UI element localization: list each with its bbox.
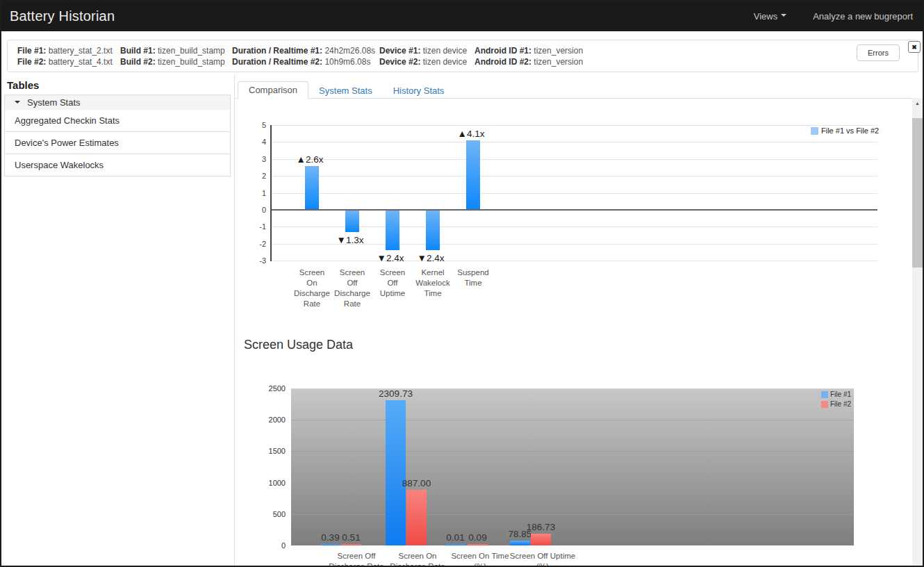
gridline — [272, 125, 877, 126]
gridline — [291, 514, 854, 515]
y-axis-tick: 3 — [238, 155, 266, 163]
y-axis-tick: 1500 — [252, 447, 286, 455]
zero-gridline — [272, 209, 877, 211]
file2-value: battery_stat_4.txt — [49, 57, 113, 67]
comparison-chart: 543210-1-2-3▲2.6xScreenOnDischargeRate▼1… — [272, 125, 877, 261]
y-axis-tick: 2000 — [252, 416, 286, 424]
legend-label-file2: File #2 — [830, 400, 851, 408]
bar-value-label: ▲4.1x — [445, 129, 497, 139]
bar-file-2-screen-on-discharge-rate[interactable] — [406, 490, 427, 545]
y-axis-tick: 4 — [238, 138, 266, 146]
tab-bar: Comparison System Stats History Stats — [235, 82, 913, 99]
sidebar-item-aggregated-checkin-stats[interactable]: Aggregated Checkin Stats — [4, 110, 231, 132]
gridline — [272, 261, 877, 261]
bar-screen-on-discharge-rate[interactable] — [305, 166, 319, 209]
y-axis-tick: 0 — [238, 206, 266, 214]
legend-swatch-file1 — [821, 391, 828, 398]
y-axis-tick: 500 — [252, 510, 286, 518]
bugreport-info-panel: File #1: battery_stat_2.txt File #2: bat… — [7, 40, 918, 72]
screen-usage-legend: File #1 File #2 — [821, 391, 851, 410]
y-axis-tick: 1 — [238, 189, 266, 197]
file1-label: File #1: — [17, 46, 46, 56]
accordion-system-stats[interactable]: System Stats — [4, 94, 231, 110]
errors-button[interactable]: Errors — [857, 44, 900, 61]
bar-value-label: ▼1.3x — [324, 235, 377, 245]
gridline — [272, 142, 877, 142]
bar-value-label: ▼2.4x — [404, 253, 457, 263]
bar-value-label: 0.51 — [322, 532, 381, 543]
tab-history-stats[interactable]: History Stats — [383, 83, 455, 99]
gridline — [291, 420, 854, 420]
bar-value-label: 887.00 — [388, 478, 446, 488]
bar-file-1-screen-on-time-[interactable] — [445, 544, 465, 545]
screen-usage-chart: File #1 File #2 250020001500100050000.39… — [291, 388, 854, 545]
scrollbar[interactable]: ▲ — [912, 98, 923, 566]
gridline — [272, 176, 877, 176]
caret-down-icon — [15, 101, 20, 106]
header-nav: Views Analyze a new bugreport — [754, 11, 913, 22]
bar-screen-off-uptime[interactable] — [386, 211, 399, 251]
app-header: Battery Historian Views Analyze a new bu… — [1, 1, 923, 31]
y-axis-line — [270, 125, 272, 261]
plot-background — [291, 388, 854, 545]
y-axis-tick: 2500 — [252, 384, 286, 393]
x-axis-category-label: SuspendTime — [444, 268, 502, 288]
bar-value-label: 186.73 — [512, 522, 570, 532]
y-axis-tick: 5 — [238, 121, 266, 129]
gridline — [291, 483, 854, 484]
bar-value-label: 2309.73 — [367, 388, 425, 399]
gridline — [272, 227, 877, 227]
bar-value-label: 0.09 — [449, 532, 507, 543]
bar-suspend-time[interactable] — [466, 140, 480, 209]
file-info: File #1: battery_stat_2.txt File #2: bat… — [17, 45, 113, 67]
bar-file-2-screen-on-time-[interactable] — [468, 544, 488, 545]
gridline — [272, 159, 877, 160]
bar-file-2-screen-off-discharge-rate[interactable] — [341, 544, 361, 545]
y-axis-tick: -1 — [238, 222, 266, 231]
app-title: Battery Historian — [10, 8, 115, 24]
bar-file-2-screen-off-uptime-[interactable] — [531, 534, 551, 545]
tables-sidebar: Tables System Stats Aggregated Checkin S… — [1, 75, 234, 566]
views-menu[interactable]: Views — [754, 11, 786, 22]
bar-file-1-screen-on-discharge-rate[interactable] — [386, 400, 406, 545]
sidebar-item-devices-power-estimates[interactable]: Device's Power Estimates — [4, 132, 231, 154]
scroll-up-arrow[interactable]: ▲ — [912, 98, 923, 109]
scrollbar-thumb[interactable] — [912, 118, 923, 268]
bar-screen-off-discharge-rate[interactable] — [345, 211, 359, 232]
y-axis-tick: 2 — [238, 172, 266, 180]
y-axis-tick: -2 — [238, 240, 266, 248]
duration-info: Duration / Realtime #1: 24h2m26.08s Dura… — [232, 45, 375, 67]
gridline — [272, 193, 877, 194]
tab-comparison[interactable]: Comparison — [238, 81, 308, 99]
caret-down-icon — [781, 14, 786, 19]
tab-system-stats[interactable]: System Stats — [308, 83, 383, 99]
file1-value: battery_stat_2.txt — [49, 46, 113, 56]
legend-swatch-file2 — [821, 401, 828, 408]
y-axis-tick: 1000 — [252, 479, 286, 487]
gridline — [291, 451, 854, 452]
accordion-label: System Stats — [27, 97, 81, 108]
y-axis-tick: -3 — [238, 256, 266, 265]
close-icon[interactable]: ✖ — [908, 41, 921, 53]
sidebar-item-userspace-wakelocks[interactable]: Userspace Wakelocks — [4, 154, 231, 176]
android-id-info: Android ID #1: tizen_version Android ID … — [475, 45, 583, 67]
legend-label-file1: File #1 — [830, 391, 851, 398]
file2-label: File #2: — [17, 57, 46, 67]
analyze-new-bugreport-link[interactable]: Analyze a new bugreport — [813, 11, 913, 22]
bar-file-1-screen-off-uptime-[interactable] — [510, 541, 530, 545]
battery-historian-app: Battery Historian Views Analyze a new bu… — [0, 0, 924, 567]
build-info: Build #1: tizen_build_stamp Build #2: ti… — [120, 45, 225, 67]
sidebar-title: Tables — [7, 79, 234, 91]
y-axis-tick: 0 — [252, 541, 286, 550]
main-panel: Comparison System Stats History Stats Fi… — [234, 75, 923, 566]
x-axis-category-label: Screen Off Uptime(%) — [497, 551, 588, 566]
section-title-screen-usage: Screen Usage Data — [244, 338, 353, 352]
bar-value-label: ▲2.6x — [283, 154, 336, 165]
bar-file-1-screen-off-discharge-rate[interactable] — [320, 544, 340, 545]
device-info: Device #1: tizen device Device #2: tizen… — [379, 45, 467, 67]
bar-kernel-wakelock-time[interactable] — [426, 211, 440, 251]
